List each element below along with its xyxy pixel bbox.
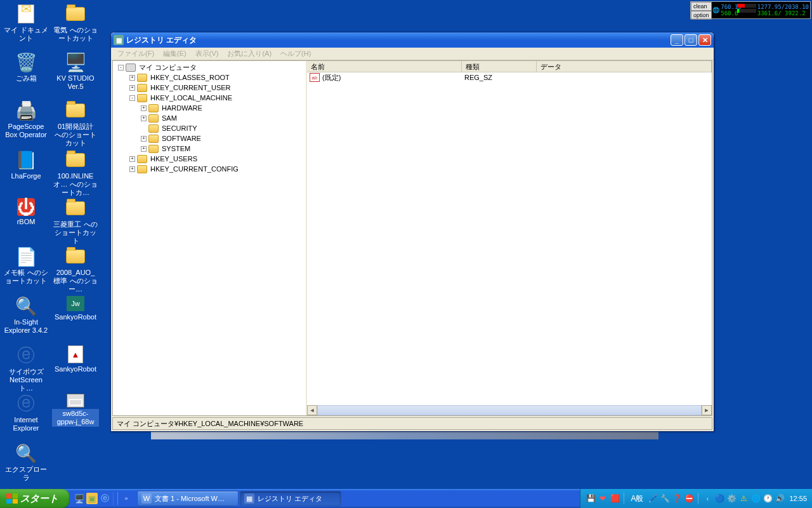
tray-volume-icon[interactable]: 🔊 [775,493,785,504]
horizontal-scrollbar[interactable]: ◄ ► [307,405,712,415]
expand-icon[interactable]: + [129,156,135,162]
task-button-word[interactable]: W 文書 1 - Microsoft W… [137,491,239,506]
tray-icon[interactable]: 🌐 [750,493,761,504]
tray-icon[interactable]: ❤ [598,493,608,504]
tray-chevron-icon[interactable]: ‹ [702,493,712,504]
registry-listview: 名前 種類 データ ab (既定) REG_SZ ◄ ► [307,61,712,415]
tray-icon[interactable]: 💾 [586,493,596,504]
column-data[interactable]: データ [537,61,712,72]
maximize-button[interactable]: □ [684,34,697,46]
column-name[interactable]: 名前 [307,61,462,72]
expand-icon[interactable]: + [141,116,147,121]
desktop-icon-rbom[interactable]: ⏻rBOM [3,198,49,227]
window-titlebar[interactable]: ▦ レジストリ エディタ _ □ ✕ [111,32,714,48]
ql-overflow-chevron-icon[interactable]: » [121,493,132,504]
tree-node[interactable]: -HKEY_LOCAL_MACHINE [113,93,306,103]
app-icon: 🖥️ [65,52,86,72]
desktop-icon-insight[interactable]: 🔍In-Sight Explorer 3.4.2 [3,296,49,335]
collapse-icon[interactable]: - [129,95,135,101]
tray-icon[interactable]: ⚠ [738,493,749,504]
tree-node[interactable]: +SYSTEM [113,144,306,154]
desktop-icon-ie[interactable]: ⓔInternet Explorer [3,394,49,433]
menu-favorites[interactable]: お気に入り(A) [223,48,275,60]
ql-folder-icon[interactable]: ▣ [86,493,98,504]
tray-icon[interactable]: ❓ [672,493,682,504]
menu-view[interactable]: 表示(V) [192,48,223,60]
collapse-icon[interactable]: - [118,65,124,70]
expand-icon[interactable]: + [141,136,147,142]
tree-node[interactable]: +HKEY_USERS [113,154,306,164]
start-button[interactable]: スタート [0,489,70,508]
ime-status[interactable]: A般 [628,493,646,504]
tree-node[interactable]: +SOFTWARE [113,133,306,144]
tree-node[interactable]: +HARDWARE [113,103,306,113]
system-monitor-widget[interactable]: clean option 🌐 760.15 560.6 1277.95/2038… [690,1,811,19]
tree-node[interactable]: +HKEY_CURRENT_USER [113,83,306,93]
scroll-right-button[interactable]: ► [702,405,712,415]
listview-body[interactable]: ab (既定) REG_SZ [307,72,712,405]
minimize-button[interactable]: _ [671,34,683,46]
desktop-icon-kvstudio[interactable]: 🖥️KV STUDIO Ver.5 [52,52,99,91]
ql-desktop-icon[interactable]: 🖥️ [74,493,85,504]
ql-ie-icon[interactable]: ⓔ [99,493,110,504]
desktop-icon-explorer[interactable]: 🔍エクスプローラ [3,443,49,483]
desktop-icon-sankyo2[interactable]: ▲SankyoRobot [52,345,99,374]
desktop-icon-lhaforge[interactable]: 📘LhaForge [3,150,49,181]
tray-icon[interactable]: 🔵 [714,493,724,504]
tray-icon[interactable]: 🖊️ [648,493,658,504]
tree-node[interactable]: +HKEY_CURRENT_CONFIG [113,164,306,174]
column-type[interactable]: 種類 [462,61,537,72]
status-bar: マイ コンピュータ¥HKEY_LOCAL_MACHINE¥SOFTWARE [112,417,712,430]
desktop-icon-mhi[interactable]: 三菱重工 へのショートカット [52,198,99,246]
menu-edit[interactable]: 編集(E) [159,48,190,60]
close-button[interactable]: ✕ [698,34,711,46]
menu-file[interactable]: ファイル(F) [114,48,158,60]
tree-node[interactable]: +HKEY_CLASSES_ROOT [113,72,306,83]
expand-icon[interactable]: + [141,146,147,152]
listview-header[interactable]: 名前 種類 データ [307,61,712,72]
scroll-track[interactable] [317,405,702,415]
desktop-icon-mydocs[interactable]: マイ ドキュメント [3,4,49,43]
window-title: レジストリ エディタ [126,35,669,46]
scroll-left-button[interactable]: ◄ [307,405,317,415]
expand-icon[interactable]: + [129,85,135,91]
desktop-icon-sw8d5c[interactable]: ▭sw8d5c-gppw-j_68w [52,394,99,427]
registry-tree[interactable]: -マイ コンピュータ+HKEY_CLASSES_ROOT+HKEY_CURREN… [113,61,307,415]
tray-icon[interactable]: 🟥 [610,493,620,504]
expand-icon[interactable]: + [129,75,135,81]
desktop-icon-trash[interactable]: 🗑️ごみ箱 [3,52,49,83]
tree-node[interactable]: -マイ コンピュータ [113,62,306,72]
system-tray[interactable]: 💾 ❤ 🟥 A般 🖊️ 🔧 ❓ ⛔ ‹ 🔵 ⚙️ ⚠ 🌐 🕐 🔊 12:55 [580,489,812,508]
expand-icon[interactable]: + [129,166,135,172]
tray-icon[interactable]: ⚙️ [726,493,737,504]
task-buttons: W 文書 1 - Microsoft W… ▦ レジストリ エディタ [136,491,343,506]
folder-icon [137,165,147,173]
desktop-icon-inline[interactable]: 100.INLINEオ… へのショートカ… [52,150,99,198]
tray-icon[interactable]: 🔧 [660,493,670,504]
tray-icon[interactable]: 🕐 [763,493,773,504]
sysmon-option-button[interactable]: option [691,11,712,20]
tray-clock[interactable]: 12:55 [787,495,807,502]
windows-logo-icon [6,493,18,504]
folder-icon [65,198,86,218]
desktop-icon-auo[interactable]: 2008_AUO_標準 へのショー… [52,246,99,295]
expand-icon[interactable]: + [141,105,147,111]
desktop-icon-denki[interactable]: 電気 へのショートカット [52,4,99,43]
sysmon-clean-button[interactable]: clean [691,2,712,11]
menu-help[interactable]: ヘルプ(H) [277,48,315,60]
desktop-icon-notepad[interactable]: 📄メモ帳 へのショートカット [3,246,49,286]
list-item[interactable]: ab (既定) REG_SZ [307,72,712,83]
tray-icon[interactable]: ⛔ [684,493,694,504]
document-icon [16,4,36,24]
sysmon-bars [737,2,756,18]
desktop-icon-sankyo1[interactable]: JwSankyoRobot [52,296,99,322]
desktop-icon-cybozu[interactable]: ⓔサイボウズ NetScreen ト… [3,345,49,394]
value-type: REG_SZ [464,74,539,81]
desktop-icon-pagescope[interactable]: 🖨️PageScope Box Operator [3,100,49,140]
task-button-regedit[interactable]: ▦ レジストリ エディタ [240,491,341,506]
tree-node[interactable]: +SAM [113,113,306,123]
desktop-icon-kaihatsu[interactable]: 01開発設計 へのショートカット [52,100,99,149]
start-label: スタート [20,493,58,505]
tree-node[interactable]: SECURITY [113,123,306,133]
folder-icon [137,94,147,102]
